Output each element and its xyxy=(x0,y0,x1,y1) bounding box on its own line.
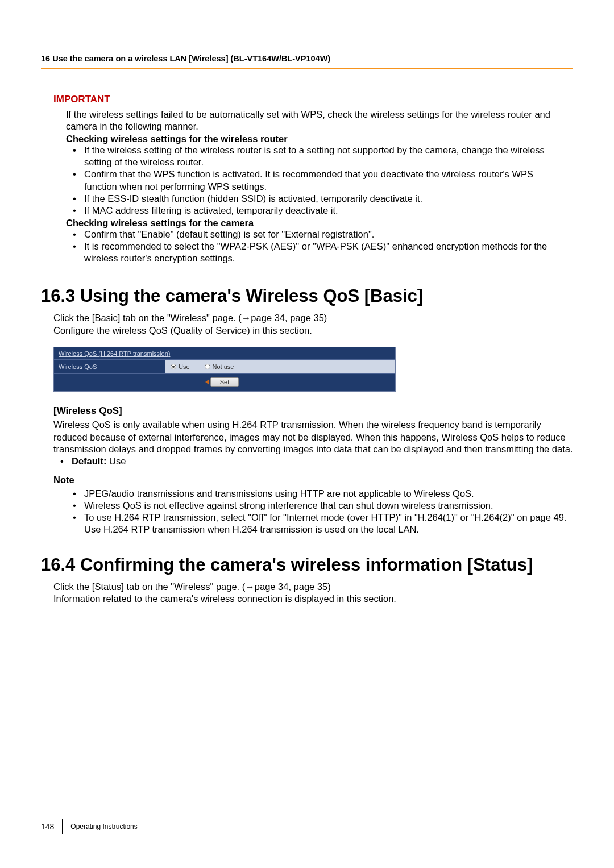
page-header: 16 Use the camera on a wireless LAN [Wir… xyxy=(41,54,573,68)
important-label: IMPORTANT xyxy=(53,94,573,105)
list-item: JPEG/audio transmissions and transmissio… xyxy=(66,488,567,500)
list-item: Default: Use xyxy=(53,455,567,467)
default-list: Default: Use xyxy=(53,455,573,467)
panel-title: Wireless QoS (H.264 RTP transmission) xyxy=(54,347,395,359)
wireless-qos-row: Wireless QoS Use Not use xyxy=(54,359,395,373)
radio-dot-icon xyxy=(205,364,210,369)
list-item: If the wireless setting of the wireless … xyxy=(66,144,567,168)
default-label: Default: xyxy=(72,456,106,466)
list-item: Confirm that the WPS function is activat… xyxy=(66,168,567,192)
list-item: Confirm that "Enable" (default setting) … xyxy=(66,229,567,240)
check-router-heading: Checking wireless settings for the wirel… xyxy=(66,134,573,144)
note-label: Note xyxy=(53,475,573,485)
important-intro: If the wireless settings failed to be au… xyxy=(66,109,567,132)
radio-use[interactable]: Use xyxy=(171,363,190,370)
section-164-p1: Click the [Status] tab on the "Wireless"… xyxy=(53,581,573,593)
radio-notuse-label: Not use xyxy=(213,363,234,370)
section-163-p2: Configure the wireless QoS (Quality of S… xyxy=(53,325,573,337)
list-item: If MAC address filtering is activated, t… xyxy=(66,205,567,217)
note-list: JPEG/audio transmissions and transmissio… xyxy=(66,488,573,535)
list-item: To use H.264 RTP transmission, select "O… xyxy=(66,512,567,535)
wireless-qos-panel: Wireless QoS (H.264 RTP transmission) Wi… xyxy=(53,347,396,392)
row-label: Wireless QoS xyxy=(54,360,165,373)
list-item: It is recommended to select the "WPA2-PS… xyxy=(66,240,567,264)
radio-dot-icon xyxy=(171,364,176,369)
camera-list: Confirm that "Enable" (default setting) … xyxy=(66,229,573,264)
row-value: Use Not use xyxy=(165,360,395,373)
wireless-qos-subheading: [Wireless QoS] xyxy=(53,405,573,417)
list-item: If the ESS-ID stealth function (hidden S… xyxy=(66,193,567,205)
header-rule xyxy=(41,68,573,69)
check-camera-heading: Checking wireless settings for the camer… xyxy=(66,218,573,229)
list-item: Wireless QoS is not effective against st… xyxy=(66,500,567,512)
default-value: Use xyxy=(106,456,126,466)
page-number: 148 xyxy=(41,822,54,831)
router-list: If the wireless setting of the wireless … xyxy=(66,144,573,217)
radio-use-label: Use xyxy=(179,363,190,370)
radio-not-use[interactable]: Not use xyxy=(205,363,234,370)
footer-divider xyxy=(62,819,63,834)
section-163-p1: Click the [Basic] tab on the "Wireless" … xyxy=(53,312,573,324)
section-164-heading: 16.4 Confirming the camera's wireless in… xyxy=(41,555,573,575)
footer-doc-label: Operating Instructions xyxy=(70,823,137,830)
panel-footer: Set xyxy=(54,373,395,391)
set-button[interactable]: Set xyxy=(210,377,239,387)
section-164-p2: Information related to the camera's wire… xyxy=(53,593,573,605)
wireless-qos-body: Wireless QoS is only available when usin… xyxy=(53,419,573,455)
page-footer: 148 Operating Instructions xyxy=(41,819,138,834)
section-163-heading: 16.3 Using the camera's Wireless QoS [Ba… xyxy=(41,286,573,306)
